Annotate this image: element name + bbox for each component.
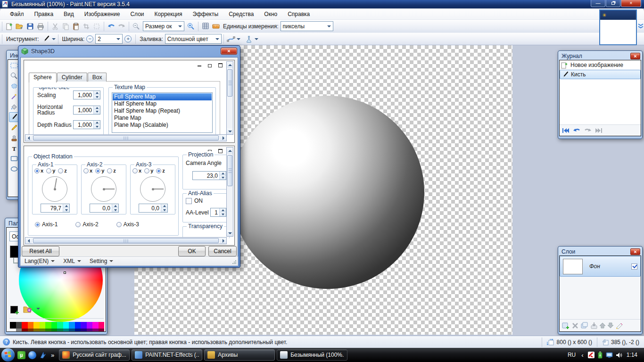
speaker-icon[interactable]: [616, 352, 622, 358]
minimize-icon[interactable]: [196, 62, 203, 67]
shape3d-title-bar[interactable]: Shape3D ×: [18, 46, 240, 57]
setting-menu[interactable]: Setting: [90, 258, 113, 264]
palette-swatch[interactable]: [33, 329, 40, 332]
texture-map-option[interactable]: Plane Map (Scalable): [113, 122, 212, 129]
palette-swatch[interactable]: [28, 329, 34, 332]
zoom-in-button[interactable]: [186, 21, 196, 32]
menu-item[interactable]: Средства: [223, 9, 259, 19]
tab-cylinder[interactable]: Cylinder: [57, 73, 87, 82]
utorrent-icon[interactable]: µ: [17, 351, 25, 359]
spinner-arrows[interactable]: [219, 208, 226, 216]
close-button[interactable]: ×: [621, 0, 641, 7]
maximize-icon[interactable]: [216, 148, 224, 153]
palette-swatch[interactable]: [51, 322, 58, 329]
palette-swatch[interactable]: [92, 329, 99, 332]
shape3d-close-button[interactable]: ×: [221, 48, 237, 55]
scroll-left-icon[interactable]: [25, 238, 32, 244]
width-combobox[interactable]: 2: [95, 34, 123, 44]
aa-level-spinner[interactable]: 1: [210, 208, 226, 217]
palette-swatch[interactable]: [63, 329, 69, 332]
double-chevron-down-icon[interactable]: [637, 24, 644, 29]
history-item[interactable]: Кисть: [560, 70, 641, 79]
camera-angle-spinner[interactable]: 23,0: [192, 171, 226, 180]
menu-item[interactable]: Окно: [259, 9, 282, 19]
copy-button[interactable]: [60, 21, 71, 32]
undo-button[interactable]: [106, 21, 116, 32]
width-increase-button[interactable]: +: [124, 35, 132, 42]
minimize-button[interactable]: —: [591, 0, 605, 7]
menu-item[interactable]: Коррекция: [149, 9, 188, 19]
palette-swatch[interactable]: [57, 329, 63, 332]
language-indicator[interactable]: RU: [568, 352, 576, 358]
taskbar-button[interactable]: Русский сайт граф...: [59, 349, 130, 361]
reset-all-button[interactable]: Reset All: [22, 246, 59, 256]
cancel-button[interactable]: Cancel: [208, 246, 237, 256]
texture-map-list[interactable]: Full Sphere MapHalf Sphere MapHalf Spher…: [112, 92, 213, 133]
palette-swatch[interactable]: [75, 322, 81, 329]
palette-swatch[interactable]: [87, 322, 93, 329]
spinner-arrows[interactable]: [93, 121, 100, 129]
ruler-toggle-button[interactable]: [211, 21, 221, 32]
undo-icon[interactable]: [572, 128, 581, 133]
scroll-right-icon[interactable]: [220, 135, 226, 141]
palette-swatch[interactable]: [22, 322, 28, 329]
palette-menu-button[interactable]: [23, 304, 33, 315]
radio-button[interactable]: [83, 168, 89, 173]
restore-button[interactable]: [606, 0, 620, 7]
redo-button[interactable]: [116, 21, 127, 32]
cut-button[interactable]: [50, 21, 60, 32]
tab-box[interactable]: Box: [88, 73, 107, 82]
move-layer-down-icon[interactable]: [607, 322, 614, 329]
palette-swatch[interactable]: [57, 322, 63, 329]
battery-icon[interactable]: [597, 352, 603, 359]
rotation-dial[interactable]: [91, 176, 116, 202]
anti-alias-on-checkbox[interactable]: [186, 198, 192, 204]
rewind-icon[interactable]: [562, 128, 570, 133]
units-combobox[interactable]: пикселы: [281, 21, 333, 31]
move-layer-up-icon[interactable]: [599, 322, 606, 329]
browser-icon[interactable]: [28, 351, 36, 359]
palette-swatch[interactable]: [69, 322, 75, 329]
chevron-down-icon[interactable]: [51, 38, 56, 40]
spinner-arrows[interactable]: [63, 204, 69, 212]
zoom-size-combobox[interactable]: Размер ок: [143, 21, 184, 31]
quick-launch-overflow-chevron[interactable]: »: [51, 352, 54, 359]
radio-button[interactable]: [34, 168, 40, 173]
zoom-out-button[interactable]: [131, 21, 141, 32]
axis-radio-y[interactable]: y: [46, 168, 55, 173]
scrollbar-thumb[interactable]: [33, 238, 219, 243]
texture-map-option[interactable]: Half Sphere Map: [113, 100, 212, 107]
palette-swatch[interactable]: [10, 322, 16, 329]
scroll-down-icon[interactable]: [227, 230, 233, 236]
axis-radio-x[interactable]: x: [83, 168, 92, 173]
chevron-down-icon[interactable]: [236, 38, 241, 40]
palette-swatch[interactable]: [63, 322, 69, 329]
palette-swatch[interactable]: [87, 329, 93, 332]
maximize-icon[interactable]: [216, 62, 224, 67]
palette-swatch[interactable]: [69, 329, 75, 332]
spinner[interactable]: 1,000: [73, 106, 100, 115]
resize-grip[interactable]: [232, 260, 237, 264]
menu-item[interactable]: Изображение: [79, 9, 125, 19]
taskbar-button[interactable]: Безымянный (100%...: [277, 349, 347, 361]
redo-icon[interactable]: [584, 128, 592, 133]
crop-button[interactable]: [81, 21, 91, 32]
antialias-flask-button[interactable]: [244, 34, 254, 44]
line-style-button[interactable]: [226, 34, 236, 44]
horizontal-scrollbar[interactable]: [25, 237, 227, 244]
palette-swatch[interactable]: [92, 322, 99, 329]
menu-item[interactable]: Файл: [5, 9, 29, 19]
radio-button[interactable]: [156, 168, 161, 173]
menu-item[interactable]: Правка: [29, 9, 59, 19]
scroll-up-icon[interactable]: [227, 62, 233, 68]
vertical-scrollbar[interactable]: [226, 147, 233, 237]
palette-swatch[interactable]: [28, 322, 34, 329]
scrollbar-thumb[interactable]: [33, 135, 219, 140]
tray-expand-chevron[interactable]: ‹: [581, 352, 583, 359]
fast-forward-icon[interactable]: [595, 128, 603, 133]
tab-sphere[interactable]: Sphere: [29, 73, 57, 82]
antivirus-icon[interactable]: [588, 352, 594, 358]
palette-swatch[interactable]: [75, 329, 81, 332]
add-color-button[interactable]: [10, 306, 18, 313]
clock[interactable]: 1:14: [627, 352, 637, 358]
